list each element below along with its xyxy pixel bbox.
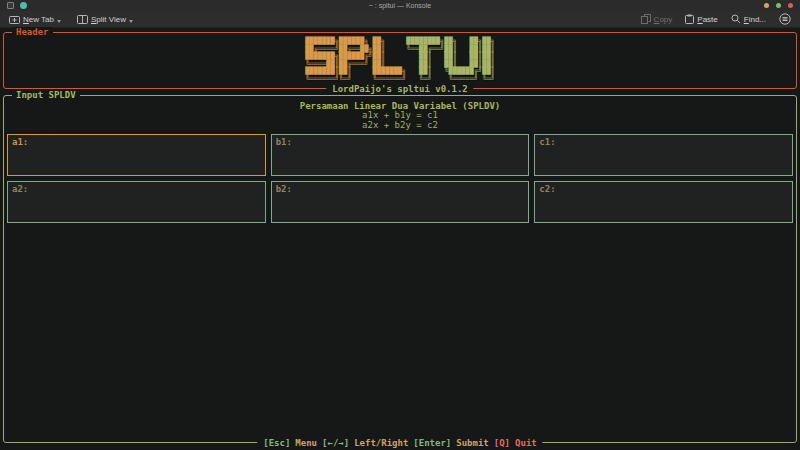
new-tab-label: New Tab [23, 15, 54, 24]
esc-key-hint: [Esc] [263, 438, 290, 448]
find-button[interactable]: Find... [731, 14, 766, 24]
paste-icon [685, 14, 694, 24]
input-field-c1[interactable]: c1: [534, 134, 793, 176]
input-field-a2[interactable]: a2: [7, 181, 266, 223]
copy-button[interactable]: Copy [641, 14, 673, 24]
new-tab-button[interactable]: New Tab [9, 15, 61, 24]
copy-label: Copy [654, 15, 673, 24]
toolbar-right-group: Copy Paste Find... [641, 13, 791, 25]
leftright-hint-label: Left/Right [354, 438, 408, 448]
field-label-b2: b2: [276, 184, 292, 194]
close-button[interactable] [788, 3, 793, 8]
window-menu-icon[interactable] [7, 2, 14, 9]
titlebar: ~ : spltui — Konsole [0, 0, 800, 11]
konsole-window: ~ : spltui — Konsole New Tab Split View [0, 0, 800, 450]
find-label: Find... [744, 15, 766, 24]
window-controls [764, 3, 793, 8]
field-label-b1: b1: [276, 137, 292, 147]
input-field-a1[interactable]: a1: [7, 134, 266, 176]
arrow-keys-hint: [←/→] [322, 438, 349, 448]
app-icon [20, 2, 27, 9]
input-field-b2[interactable]: b2: [271, 181, 530, 223]
logo-tui-text: ████████╗██╗ ██╗██╗ ╚══██╔══╝██║ ██║██║ … [406, 38, 495, 83]
chevron-down-icon[interactable] [57, 20, 61, 23]
terminal-area: Header ███████╗██████╗ ██╗ ██╔════╝██╔══… [0, 29, 800, 450]
toolbar: New Tab Split View Copy [0, 11, 800, 28]
field-label-a1: a1: [12, 137, 28, 147]
version-subtitle: LordPaijo's spltui v0.1.2 [326, 84, 473, 94]
new-tab-icon [9, 15, 20, 24]
quit-key-hint: [Q] [494, 438, 510, 448]
fields-grid: a1: b1: c1: a2: b2: [7, 134, 793, 223]
split-view-icon [77, 15, 88, 24]
split-view-button[interactable]: Split View [77, 15, 133, 24]
logo-spl-text: ███████╗██████╗ ██╗ ██╔════╝██╔══██╗██║ … [305, 38, 406, 83]
menu-hint-label: Menu [295, 438, 317, 448]
maximize-button[interactable] [776, 3, 781, 8]
hamburger-menu-button[interactable] [779, 13, 791, 25]
chevron-down-icon[interactable] [129, 20, 133, 23]
paste-label: Paste [697, 15, 717, 24]
field-label-c2: c2: [539, 184, 555, 194]
header-panel-label: Header [12, 27, 53, 37]
paste-button[interactable]: Paste [685, 14, 717, 24]
copy-icon [641, 14, 651, 24]
window-title: ~ : spltui — Konsole [0, 2, 800, 9]
split-view-label: Split View [91, 15, 126, 24]
field-label-a2: a2: [12, 184, 28, 194]
submit-hint-label: Submit [456, 438, 489, 448]
input-panel-label: Input SPLDV [12, 90, 80, 100]
enter-key-hint: [Enter] [413, 438, 451, 448]
input-field-c2[interactable]: c2: [534, 181, 793, 223]
field-label-c1: c1: [539, 137, 555, 147]
input-spldv-panel: Input SPLDV Persamaan Linear Dua Variabe… [3, 95, 797, 443]
minimize-button[interactable] [764, 3, 769, 8]
header-panel: Header ███████╗██████╗ ██╗ ██╔════╝██╔══… [3, 32, 797, 89]
status-bar: [Esc] Menu [←/→] Left/Right [Enter] Subm… [257, 438, 542, 448]
input-field-b1[interactable]: b1: [271, 134, 530, 176]
quit-hint-label: Quit [515, 438, 537, 448]
equation-2: a2x + b2y = c2 [4, 121, 796, 131]
search-icon [731, 14, 741, 24]
spltui-logo: ███████╗██████╗ ██╗ ██╔════╝██╔══██╗██║ … [4, 33, 796, 83]
